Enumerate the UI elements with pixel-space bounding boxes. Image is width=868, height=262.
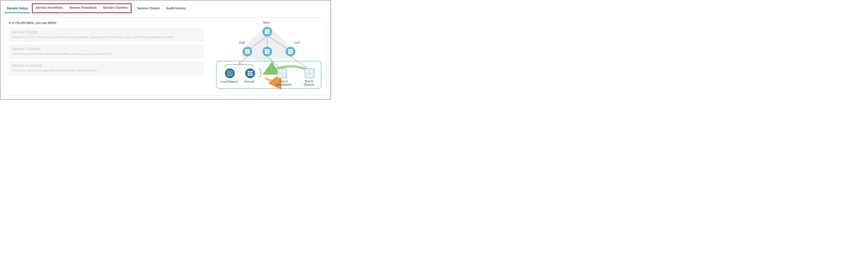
topology-diagram: Spine Leaf Leaf ··· Load Balancer Firewa… [212,21,322,91]
text: . Specify service node name, type, and i… [88,36,173,39]
text: (Source) [304,83,314,86]
label-load-balancer: Load Balancer [221,80,238,83]
ellipsis-icon: ··· [237,71,242,75]
content-panel: In a VXLAN fabric, you can define Servic… [5,17,326,96]
label-spine: Spine [263,21,270,24]
intro-text: In a VXLAN fabric, you can define [9,21,204,25]
tab-service-chains[interactable]: Service Chains [135,5,162,13]
page-frame: Sample Setup Service Insertions Service … [0,0,331,100]
text: Onboard a service device such as a [12,36,58,39]
leaf-switch-icon [286,47,296,57]
tab-audit-history[interactable]: Audit History [164,5,188,13]
text: or [67,36,71,39]
card-service-function: Service Function Specify deployment type… [9,44,204,59]
card-desc: Onboard a service device such as a firew… [12,35,200,39]
firewall-icon [245,69,255,78]
tab-service-clusters[interactable]: Service Clusters [101,4,130,12]
card-service-cluster: Service Cluster Onboard a service device… [9,28,204,42]
leaf-switch-icon [243,47,252,57]
text: (Destination) [276,83,291,86]
spine-switch-icon [262,27,272,37]
card-title: Service Insertions [12,63,200,68]
host-b-icon [305,69,314,78]
highlighted-tab-group: Service Insertions Service Functions Ser… [32,3,131,13]
label-leaf-left: Leaf [239,41,245,44]
label-host-a: Host A (Destination) [276,80,291,86]
label-host-b: Host B (Source) [304,80,314,86]
em-load-balancer: load balancer [71,36,88,39]
label-firewall: Firewall [244,80,254,83]
leaf-switch-icon [262,47,272,57]
card-service-insertions: Service Insertions Choose the specific u… [9,61,204,75]
tab-service-functions[interactable]: Service Functions [67,4,99,12]
card-title: Service Cluster [12,30,200,34]
em-firewall: firewall [58,36,67,39]
host-a-icon [277,69,287,78]
load-balancer-icon [225,69,235,78]
card-title: Service Function [12,47,200,51]
tab-bar: Sample Setup Service Insertions Service … [0,0,331,13]
label-leaf-right: Leaf [294,41,300,44]
tab-sample-setup[interactable]: Sample Setup [5,5,30,13]
tab-service-insertions[interactable]: Service Insertions [33,4,65,12]
definitions-column: In a VXLAN fabric, you can define Servic… [9,21,204,92]
text: Host B [305,80,313,83]
card-desc: Specify deployment type, network paramet… [12,52,200,56]
card-desc: Choose the specific use case and define … [12,69,200,72]
text: Host A [279,80,287,83]
